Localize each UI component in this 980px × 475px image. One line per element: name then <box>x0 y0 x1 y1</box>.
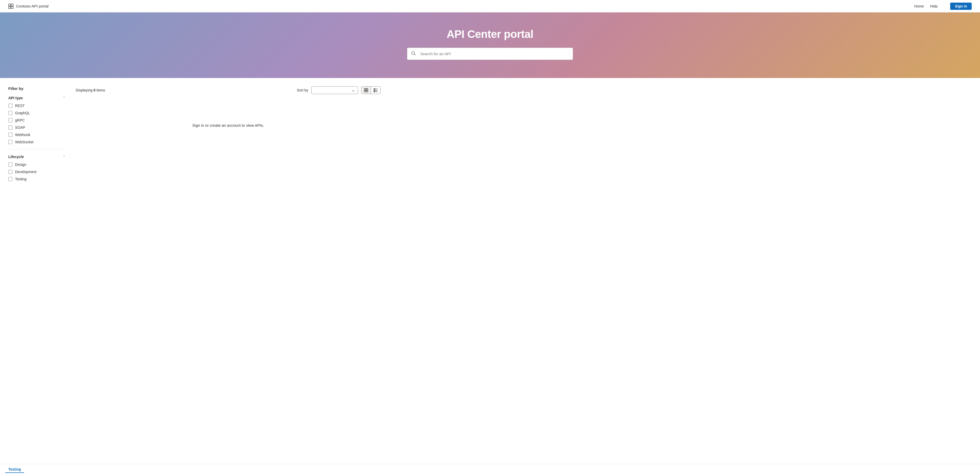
empty-state-message: Sign in or create an account to view API… <box>192 123 264 127</box>
label-development: Development <box>15 170 37 174</box>
lifecycle-section: Lifecycle ⌃ Design Development Testing <box>8 155 65 181</box>
label-soap: SOAP <box>15 126 25 130</box>
list-view-icon <box>374 88 378 92</box>
sort-select-wrapper: Name Type Date <box>311 86 358 94</box>
navbar: Contoso API portal Home Help Sign in <box>0 0 980 13</box>
label-websocket: WebSocket <box>15 140 33 144</box>
filter-item-rest[interactable]: REST <box>8 104 65 108</box>
label-testing: Testing <box>15 177 27 181</box>
sort-select[interactable]: Name Type Date <box>311 86 358 94</box>
content-toolbar: Displaying 0 items Sort by Name Type Dat… <box>76 86 380 94</box>
sidebar: Filter by API type ⌃ REST GraphQL gRPC <box>8 86 65 186</box>
search-bar-wrapper <box>407 48 573 60</box>
lifecycle-chevron-icon: ⌃ <box>63 155 65 159</box>
bottom-bar: Testing <box>0 464 980 475</box>
filter-item-websocket[interactable]: WebSocket <box>8 140 65 144</box>
checkbox-grpc[interactable] <box>8 118 13 122</box>
checkbox-websocket[interactable] <box>8 140 13 144</box>
svg-rect-11 <box>374 90 375 91</box>
svg-rect-2 <box>8 6 11 8</box>
navbar-right: Home Help Sign in <box>914 3 972 10</box>
sign-in-button[interactable]: Sign in <box>950 3 972 10</box>
hero-title: API Center portal <box>5 28 975 40</box>
api-type-section-header[interactable]: API type ⌃ <box>8 96 65 100</box>
filter-item-grpc[interactable]: gRPC <box>8 118 65 122</box>
lifecycle-title: Lifecycle <box>8 155 24 159</box>
label-webhook: Webhook <box>15 133 30 137</box>
displaying-text: Displaying 0 items <box>76 88 105 92</box>
search-input[interactable] <box>407 48 573 60</box>
checkbox-soap[interactable] <box>8 126 13 130</box>
svg-rect-3 <box>11 6 13 8</box>
svg-rect-7 <box>366 88 368 90</box>
grid-view-button[interactable] <box>361 87 371 94</box>
filter-item-webhook[interactable]: Webhook <box>8 133 65 137</box>
logo-icon <box>8 4 13 9</box>
filter-item-soap[interactable]: SOAP <box>8 126 65 130</box>
help-link[interactable]: Help <box>930 4 938 8</box>
checkbox-design[interactable] <box>8 162 13 167</box>
hero-section: API Center portal <box>0 13 980 78</box>
brand: Contoso API portal <box>8 4 48 9</box>
bottom-tab-testing[interactable]: Testing <box>5 466 24 473</box>
svg-rect-1 <box>11 4 13 6</box>
label-rest: REST <box>15 104 25 108</box>
filter-item-design[interactable]: Design <box>8 162 65 167</box>
checkbox-rest[interactable] <box>8 104 13 108</box>
svg-rect-6 <box>364 88 366 90</box>
filter-item-testing[interactable]: Testing <box>8 177 65 181</box>
displaying-suffix: items <box>95 88 105 92</box>
label-graphql: GraphQL <box>15 111 30 115</box>
api-type-title: API type <box>8 96 23 100</box>
brand-name: Contoso API portal <box>16 4 48 8</box>
content-area: Displaying 0 items Sort by Name Type Dat… <box>76 86 380 186</box>
checkbox-testing[interactable] <box>8 177 13 181</box>
filter-divider <box>8 149 65 149</box>
lifecycle-items: Design Development Testing <box>8 162 65 181</box>
checkbox-development[interactable] <box>8 170 13 174</box>
svg-rect-12 <box>374 92 375 92</box>
empty-state: Sign in or create an account to view API… <box>76 102 380 148</box>
api-type-section: API type ⌃ REST GraphQL gRPC SO <box>8 96 65 144</box>
filter-item-development[interactable]: Development <box>8 170 65 174</box>
svg-rect-9 <box>366 91 368 92</box>
api-type-items: REST GraphQL gRPC SOAP Webhook <box>8 104 65 144</box>
home-link[interactable]: Home <box>914 4 924 8</box>
api-type-chevron-icon: ⌃ <box>63 96 65 100</box>
svg-rect-8 <box>364 91 366 92</box>
label-grpc: gRPC <box>15 118 25 122</box>
checkbox-webhook[interactable] <box>8 133 13 137</box>
main-content: Filter by API type ⌃ REST GraphQL gRPC <box>0 78 389 195</box>
label-design: Design <box>15 162 27 167</box>
sort-by-label: Sort by <box>297 88 308 92</box>
svg-rect-0 <box>8 4 11 6</box>
view-toggle <box>361 86 380 94</box>
displaying-prefix: Displaying <box>76 88 93 92</box>
lifecycle-section-header[interactable]: Lifecycle ⌃ <box>8 155 65 159</box>
filter-item-graphql[interactable]: GraphQL <box>8 111 65 115</box>
svg-rect-10 <box>374 88 375 89</box>
checkbox-graphql[interactable] <box>8 111 13 115</box>
list-view-button[interactable] <box>371 87 380 94</box>
toolbar-right: Sort by Name Type Date <box>297 86 380 94</box>
grid-view-icon <box>364 88 368 92</box>
filter-by-title: Filter by <box>8 86 65 91</box>
